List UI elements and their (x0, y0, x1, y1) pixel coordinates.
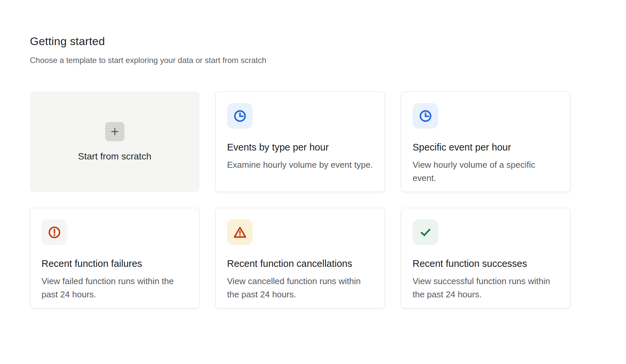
warning-triangle-icon (227, 219, 253, 245)
plus-icon (105, 122, 124, 141)
template-card-recent-function-successes[interactable]: Recent function successes View successfu… (401, 208, 571, 308)
template-description: View cancelled function runs within the … (227, 274, 373, 301)
template-title: Events by type per hour (227, 142, 373, 153)
template-title: Recent function failures (41, 258, 188, 269)
page-title: Getting started (30, 35, 626, 48)
start-from-scratch-label: Start from scratch (78, 151, 151, 162)
template-description: View hourly volume of a specific event. (413, 158, 559, 185)
template-card-specific-event-per-hour[interactable]: Specific event per hour View hourly volu… (401, 91, 571, 192)
template-card-recent-function-cancellations[interactable]: Recent function cancellations View cance… (215, 208, 385, 308)
template-description: Examine hourly volume by event type. (227, 158, 373, 171)
template-card-recent-function-failures[interactable]: Recent function failures View failed fun… (30, 208, 199, 308)
template-grid: Start from scratch Events by type per ho… (30, 91, 626, 308)
page-subtitle: Choose a template to start exploring you… (30, 56, 626, 65)
template-title: Recent function successes (413, 258, 559, 269)
check-icon (413, 219, 438, 245)
getting-started-page: Getting started Choose a template to sta… (0, 0, 626, 308)
alert-circle-icon (41, 219, 67, 245)
template-description: View failed function runs within the pas… (41, 274, 188, 301)
clock-icon (413, 103, 438, 129)
template-title: Specific event per hour (413, 142, 559, 153)
template-description: View successful function runs within the… (413, 274, 559, 301)
template-title: Recent function cancellations (227, 258, 373, 269)
clock-icon (227, 103, 253, 129)
template-card-events-by-type-per-hour[interactable]: Events by type per hour Examine hourly v… (215, 91, 385, 192)
start-from-scratch-card[interactable]: Start from scratch (30, 91, 199, 192)
